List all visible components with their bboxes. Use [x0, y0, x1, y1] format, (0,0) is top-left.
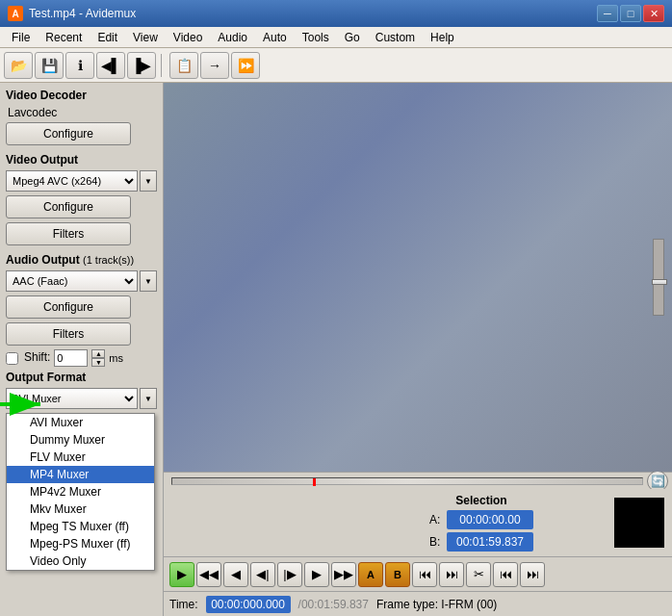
frame-info: Frame type: I-FRM (00) [376, 598, 497, 611]
toolbar-info[interactable]: ℹ [65, 52, 94, 79]
minimize-button[interactable]: ─ [597, 5, 618, 22]
frame-preview-thumbnail [614, 498, 664, 548]
prev-key-button[interactable]: ◀| [250, 562, 275, 587]
video-preview [164, 83, 672, 472]
prev-cut-button[interactable]: ⏮ [412, 562, 437, 587]
format-option-mkv[interactable]: Mkv Muxer [7, 500, 154, 518]
window-title: Test.mp4 - Avidemux [29, 7, 136, 20]
format-option-video-only[interactable]: Video Only [7, 552, 154, 570]
video-output-arrow[interactable]: ▼ [140, 170, 157, 192]
menu-custom[interactable]: Custom [368, 29, 423, 46]
shift-checkbox[interactable] [6, 352, 18, 365]
selection-panel: Selection A: 00:00:00.00 B: 00:01:59.837 [429, 494, 533, 552]
menu-view[interactable]: View [125, 29, 166, 46]
menu-recent[interactable]: Recent [38, 29, 90, 46]
play-button[interactable]: ▶ [169, 562, 194, 587]
close-button[interactable]: ✕ [643, 5, 664, 22]
audio-output-select[interactable]: AAC (Faac) [6, 270, 138, 292]
shift-spin-down[interactable]: ▼ [91, 358, 105, 367]
video-output-select[interactable]: Mpeg4 AVC (x264) [6, 170, 138, 192]
volume-slider[interactable] [653, 239, 664, 316]
timeline-track[interactable] [171, 477, 643, 485]
format-dropdown-menu: AVI Muxer Dummy Muxer FLV Muxer MP4 Muxe… [6, 413, 155, 571]
toolbar-save[interactable]: 💾 [35, 52, 64, 79]
audio-output-filters[interactable]: Filters [6, 322, 131, 346]
shift-ms-label: ms [109, 352, 123, 364]
mark-a-button[interactable]: A [358, 562, 383, 587]
shift-spin-up[interactable]: ▲ [91, 349, 105, 358]
right-panel: 🔄 Selection A: 00:00:00.00 B: 00:01:59.8… [164, 83, 672, 616]
fast-forward-button[interactable]: ▶▶ [331, 562, 356, 587]
audio-output-subtitle: (1 track(s)) [83, 254, 134, 266]
time-value: 00:00:000.000 [206, 596, 291, 613]
rewind-button[interactable]: ◀◀ [196, 562, 221, 587]
format-option-mpegts[interactable]: Mpeg TS Muxer (ff) [7, 518, 154, 535]
video-output-dropdown-row: Mpeg4 AVC (x264) ▼ [6, 170, 157, 192]
format-option-mpegps[interactable]: Mpeg-PS Muxer (ff) [7, 535, 154, 552]
format-option-mp4v2[interactable]: MP4v2 Muxer [7, 483, 154, 500]
playback-controls: ▶ ◀◀ ◀ ◀| |▶ ▶ ▶▶ A B ⏮ ⏭ ✂ ⏮ ⏭ [164, 556, 672, 591]
video-output-configure[interactable]: Configure [6, 195, 131, 218]
menu-file[interactable]: File [4, 29, 38, 46]
video-output-filters[interactable]: Filters [6, 222, 131, 245]
selection-b-value: 00:01:59.837 [447, 532, 533, 552]
step-forward-button[interactable]: ▶ [304, 562, 329, 587]
menu-go[interactable]: Go [337, 29, 368, 46]
app-icon: A [8, 6, 23, 21]
toolbar-copy[interactable]: 📋 [169, 52, 198, 79]
goto-end-button[interactable]: ⏭ [520, 562, 545, 587]
green-arrow-icon [0, 390, 48, 419]
time-label: Time: [169, 598, 198, 611]
selection-a-value: 00:00:00.00 [447, 510, 533, 529]
title-bar: A Test.mp4 - Avidemux ─ □ ✕ [0, 0, 672, 27]
output-format-arrow[interactable]: ▼ [140, 388, 157, 409]
next-key-button[interactable]: |▶ [277, 562, 302, 587]
menu-auto[interactable]: Auto [255, 29, 295, 46]
menu-tools[interactable]: Tools [295, 29, 337, 46]
delete-segment-button[interactable]: ✂ [466, 562, 491, 587]
shift-spin: ▲ ▼ [91, 349, 105, 367]
video-decoder-configure[interactable]: Configure [6, 122, 131, 145]
video-decoder-value: Lavcodec [8, 106, 157, 119]
timeline-area: 🔄 [164, 472, 672, 489]
menu-bar: File Recent Edit View Video Audio Auto T… [0, 27, 672, 48]
audio-output-arrow[interactable]: ▼ [140, 270, 157, 292]
menu-edit[interactable]: Edit [90, 29, 125, 46]
toolbar-prev-segment[interactable]: ◀▌ [96, 52, 125, 79]
menu-video[interactable]: Video [166, 29, 210, 46]
selection-title: Selection [429, 494, 533, 507]
format-option-mp4[interactable]: MP4 Muxer [7, 466, 154, 483]
toolbar-arrow-right[interactable]: → [200, 52, 229, 79]
next-cut-button[interactable]: ⏭ [439, 562, 464, 587]
format-option-flv[interactable]: FLV Muxer [7, 449, 154, 466]
video-decoder-title: Video Decoder [6, 89, 157, 102]
timeline-marker [313, 478, 316, 486]
volume-area [653, 239, 664, 316]
selection-a-label: A: [429, 513, 443, 526]
shift-input[interactable] [54, 349, 88, 367]
left-panel: Video Decoder Lavcodec Configure Video O… [0, 83, 164, 616]
step-back-button[interactable]: ◀ [223, 562, 248, 587]
goto-start-button[interactable]: ⏮ [493, 562, 518, 587]
shift-row: Shift: ▲ ▼ ms [6, 349, 157, 367]
selection-b-row: B: 00:01:59.837 [429, 532, 533, 552]
shift-label: Shift: [24, 350, 50, 364]
maximize-button[interactable]: □ [620, 5, 641, 22]
toolbar-fast-forward[interactable]: ⏩ [231, 52, 260, 79]
audio-output-dropdown-row: AAC (Faac) ▼ [6, 270, 157, 292]
toolbar-separator [161, 54, 165, 77]
toolbar-open[interactable]: 📂 [4, 52, 33, 79]
video-output-title: Video Output [6, 153, 157, 167]
status-bar: Time: 00:00:000.000 /00:01:59.837 Frame … [164, 591, 672, 616]
menu-audio[interactable]: Audio [210, 29, 255, 46]
audio-output-configure[interactable]: Configure [6, 295, 131, 319]
mark-b-button[interactable]: B [385, 562, 410, 587]
window-controls: ─ □ ✕ [597, 5, 664, 22]
status-separator: /00:01:59.837 [298, 598, 369, 611]
preview-selection-row: Selection A: 00:00:00.00 B: 00:01:59.837 [164, 489, 672, 556]
toolbar-next-segment[interactable]: ▐▶ [127, 52, 156, 79]
selection-a-row: A: 00:00:00.00 [429, 510, 533, 529]
format-option-dummy[interactable]: Dummy Muxer [7, 431, 154, 449]
toolbar: 📂 💾 ℹ ◀▌ ▐▶ 📋 → ⏩ [0, 48, 672, 83]
menu-help[interactable]: Help [423, 29, 462, 46]
